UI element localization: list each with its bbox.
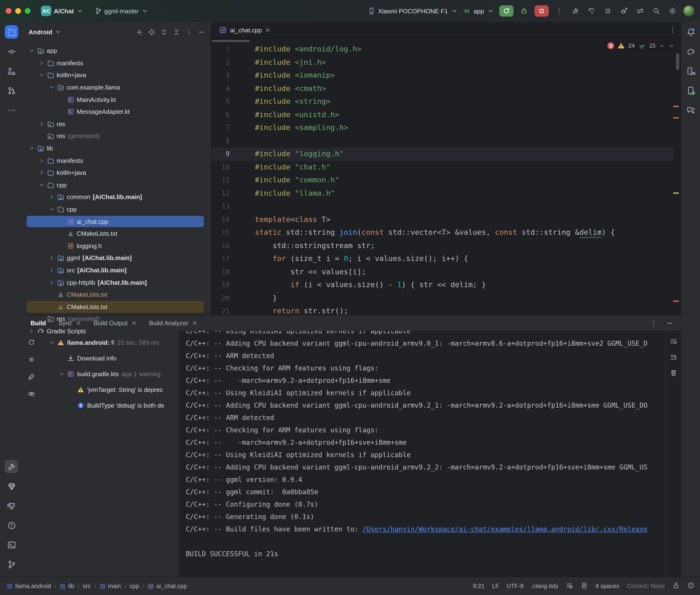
tree-item-com.example.llama[interactable]: com.example.llama xyxy=(23,81,211,93)
device-manager-tool-button[interactable] xyxy=(684,64,697,78)
device-selector[interactable]: Xiaomi POCOPHONE F1 xyxy=(367,7,458,15)
chevron-right-icon[interactable] xyxy=(48,194,56,200)
chevron-down-icon[interactable] xyxy=(38,182,46,188)
code-line-5[interactable]: 5#include <string> xyxy=(211,95,674,108)
error-stripe-mark[interactable] xyxy=(673,301,679,302)
code-line-15[interactable]: 15static std::string join(const std::vec… xyxy=(211,226,674,239)
attach-debugger-button[interactable] xyxy=(618,5,630,17)
build-hammer-button[interactable] xyxy=(570,5,581,17)
clang-tidy[interactable]: .clang-tidy xyxy=(531,583,558,590)
filter-eye-button[interactable] xyxy=(26,388,37,399)
file-encoding[interactable]: UTF-8 xyxy=(507,583,524,590)
inspections-status-icon[interactable] xyxy=(688,582,695,591)
prev-problem-icon[interactable] xyxy=(659,42,665,49)
locate-target-button[interactable] xyxy=(146,26,157,38)
pin-tab-button[interactable] xyxy=(26,371,37,382)
chevron-right-icon[interactable] xyxy=(28,328,36,334)
code-line-2[interactable]: 2#include <jni.h> xyxy=(211,56,674,69)
build-tree-item[interactable]: Download info xyxy=(40,350,179,366)
code-line-7[interactable]: 7#include <sampling.h> xyxy=(211,121,674,135)
code-line-1[interactable]: 1#include <android/log.h> xyxy=(211,43,674,56)
hide-build-panel-button[interactable] xyxy=(664,317,675,329)
build-options-button[interactable] xyxy=(648,317,659,329)
tree-item-CMakeLists.txt[interactable]: CMakeLists.txt xyxy=(23,228,211,240)
more-ellipsis-tool-button[interactable] xyxy=(5,103,18,117)
project-folder-tool-button[interactable] xyxy=(5,25,18,38)
scroll-to-end-button[interactable] xyxy=(668,351,679,363)
project-widget[interactable]: AC AiChat xyxy=(41,6,84,16)
project-view-selector[interactable]: Android xyxy=(29,28,62,36)
code-line-4[interactable]: 4#include <cmath> xyxy=(211,82,674,95)
error-stripe-mark[interactable] xyxy=(673,117,679,119)
chevron-right-icon[interactable] xyxy=(38,121,46,127)
chevron-right-icon[interactable] xyxy=(48,279,56,285)
apply-changes-button[interactable]: A xyxy=(586,5,597,17)
tree-item-ai_chat.cpp[interactable]: Cai_chat.cpp xyxy=(23,216,211,228)
gradle-elephant-tool-button[interactable] xyxy=(684,45,697,58)
tree-item-MainActivity.kt[interactable]: MainActivity.kt xyxy=(23,93,211,106)
tree-item-kotlin+java[interactable]: kotlin+java xyxy=(23,69,211,81)
code-line-16[interactable]: 16 std::ostringstream str; xyxy=(211,239,674,252)
tree-item-app[interactable]: app xyxy=(23,45,211,57)
close-tab-icon[interactable]: ✕ xyxy=(132,319,137,327)
code-line-17[interactable]: 17 for (size_t i = 0; i < values.size();… xyxy=(211,252,674,265)
build-output-path-link[interactable]: /Users/hanyin/Workspace/ai-chat/examples… xyxy=(363,525,648,533)
zoom-window-button[interactable] xyxy=(25,8,30,14)
clear-all-trash-button[interactable] xyxy=(668,367,679,378)
chevron-down-icon[interactable] xyxy=(58,371,66,377)
device-streaming-button[interactable] xyxy=(635,5,646,17)
build-hammer-tool-tool-button[interactable] xyxy=(5,460,18,473)
chevron-down-icon[interactable] xyxy=(28,145,36,151)
formatter-icon[interactable] xyxy=(566,582,573,591)
code-line-8[interactable]: 8 xyxy=(211,135,674,148)
build-console[interactable]: C/C++: -- Using KleidiAI optimized kerne… xyxy=(179,331,666,595)
settings-button[interactable] xyxy=(667,5,678,17)
build-tree-item[interactable]: llama.android: fi22 sec, 583 ms xyxy=(40,335,179,350)
chevron-down-icon[interactable] xyxy=(48,340,56,346)
breadcrumb-item-main[interactable]: main xyxy=(100,583,121,590)
chevron-down-icon[interactable] xyxy=(48,84,56,90)
stop-build-button[interactable] xyxy=(26,354,37,365)
build-tab-build-analyzer[interactable]: Build Analyzer✕ xyxy=(149,319,197,327)
tree-item-CMakeLists.txt[interactable]: CMakeLists.txt xyxy=(23,301,211,313)
structure-shapes-tool-button[interactable] xyxy=(5,64,18,78)
kebab-menu-button[interactable] xyxy=(183,26,194,38)
editor-tab-ai_chat[interactable]: C ai_chat.cpp ✕ xyxy=(215,26,274,34)
problems-tool-button[interactable] xyxy=(5,518,18,532)
chevron-down-icon[interactable] xyxy=(28,48,36,54)
tree-item-res[interactable]: res xyxy=(23,118,211,130)
running-devices-tool-button[interactable] xyxy=(684,84,697,97)
pull-requests-tool-button[interactable] xyxy=(5,84,18,97)
breadcrumb-item-cpp[interactable]: cpp xyxy=(130,583,139,590)
close-tab-icon[interactable]: ✕ xyxy=(192,319,197,327)
soft-wrap-button[interactable] xyxy=(668,336,679,347)
context[interactable]: Context: None xyxy=(627,583,665,590)
tree-item-manifests[interactable]: manifests xyxy=(23,154,211,167)
hide-minus-button[interactable] xyxy=(195,26,207,38)
code-line-10[interactable]: 10#include "chat.h" xyxy=(211,161,674,174)
chevron-right-icon[interactable] xyxy=(48,267,56,273)
commit-tool-button[interactable] xyxy=(5,45,18,58)
chevron-right-icon[interactable] xyxy=(48,255,56,261)
build-tree-item[interactable]: BuildType 'debug' is both de xyxy=(40,398,179,413)
tree-item-kotlin+java[interactable]: kotlin+java xyxy=(23,167,211,179)
line-separator[interactable]: LF xyxy=(492,583,499,590)
code-line-3[interactable]: 3#include <iomanip> xyxy=(211,69,674,82)
breadcrumb-item-src[interactable]: src xyxy=(83,583,91,590)
chevron-right-icon[interactable] xyxy=(38,60,46,66)
user-avatar[interactable] xyxy=(683,5,695,17)
close-tab-icon[interactable]: ✕ xyxy=(265,26,270,34)
debug-app-button[interactable] xyxy=(518,5,530,17)
expand-all-button[interactable] xyxy=(158,26,170,38)
minimize-window-button[interactable] xyxy=(15,8,21,14)
next-problem-icon[interactable] xyxy=(668,42,674,49)
editor-scrollbar[interactable] xyxy=(676,53,679,70)
collapse-all-button[interactable] xyxy=(171,26,182,38)
tree-item-ggml[interactable]: ggml[AiChat.lib.main] xyxy=(23,252,211,264)
tree-item-cpp[interactable]: cpp xyxy=(23,203,211,215)
code-line-19[interactable]: 19 if (i < values.size() - 1) { str << d… xyxy=(211,279,674,292)
code-line-14[interactable]: 14template<class T> xyxy=(211,213,674,226)
indent-settings-icon[interactable] xyxy=(581,582,588,591)
tree-item-cpp-httplib[interactable]: cpp-httplib[AiChat.lib.main] xyxy=(23,277,211,289)
inspection-widget[interactable]: 3 24 15 xyxy=(606,41,676,51)
